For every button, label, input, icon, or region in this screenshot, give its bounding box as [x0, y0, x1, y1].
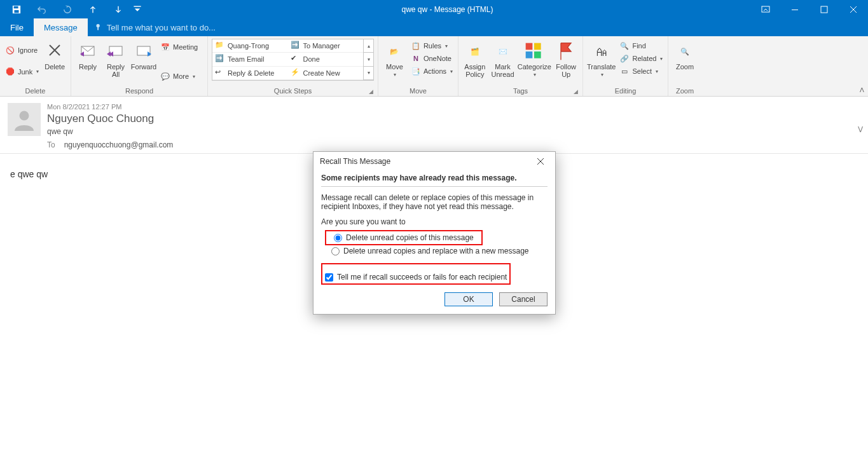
onenote-button[interactable]: NOneNote [410, 53, 454, 64]
close-icon[interactable] [839, 0, 868, 18]
qs-scroll[interactable]: ▴▾▾ [363, 39, 373, 80]
flash-icon: ⚡ [291, 68, 301, 78]
message-header: Mon 8/2/2021 12:27 PM Nguyen Quoc Chuong… [0, 97, 868, 154]
ribbon-options-icon[interactable] [751, 0, 780, 18]
cancel-button[interactable]: Cancel [499, 292, 548, 306]
svg-rect-3 [134, 6, 141, 6]
unread-icon: ✉️ [493, 41, 513, 62]
onenote-icon: N [411, 53, 421, 64]
find-button[interactable]: 🔍Find [618, 40, 664, 51]
translate-button[interactable]: 🗛Translate▾ [586, 40, 617, 79]
qs-item[interactable]: ⚡Create New [288, 67, 364, 80]
svg-rect-13 [534, 43, 541, 50]
ok-button[interactable]: OK [444, 292, 493, 306]
dialog-close-icon[interactable] [531, 152, 550, 171]
window-controls [751, 0, 868, 18]
checkbox-input[interactable] [325, 273, 333, 282]
quick-access-toolbar [0, 0, 144, 18]
reply-button[interactable]: Reply [74, 40, 102, 72]
forward-icon [134, 41, 154, 62]
related-button[interactable]: 🔗Related▾ [618, 53, 664, 64]
svg-rect-6 [821, 6, 827, 13]
mark-unread-button[interactable]: ✉️Mark Unread [489, 40, 517, 79]
reply-all-button[interactable]: Reply All [102, 40, 130, 79]
translate-icon: 🗛 [591, 41, 612, 62]
qs-item[interactable]: ➡️To Manager [288, 39, 364, 53]
recall-dialog: Recall This Message Some recipients may … [313, 151, 556, 315]
select-icon: ▭ [619, 66, 630, 76]
radio-input[interactable] [334, 234, 342, 242]
svg-rect-15 [534, 51, 541, 58]
group-label: Zoom [671, 86, 699, 96]
zoom-button[interactable]: 🔍Zoom [671, 40, 699, 72]
dialog-launcher-icon[interactable]: ◢ [369, 88, 373, 95]
qs-item[interactable]: ➡️Team Email [212, 53, 288, 66]
collapse-ribbon-icon[interactable]: ᐱ [860, 86, 864, 93]
ignore-icon: 🚫 [5, 45, 15, 55]
actions-icon: 📑 [411, 66, 421, 76]
tab-file[interactable]: File [0, 18, 34, 36]
prev-item-icon[interactable] [80, 0, 106, 18]
delete-button[interactable]: Delete [41, 40, 68, 72]
qs-item[interactable]: ↩Reply & Delete [212, 67, 288, 80]
save-icon[interactable] [4, 0, 29, 18]
radio-input[interactable] [331, 247, 340, 255]
group-label: Delete [3, 86, 68, 96]
follow-up-button[interactable]: Follow Up [552, 40, 580, 79]
next-item-icon[interactable] [106, 0, 131, 18]
qs-item[interactable]: 📁Quang-Trong [212, 39, 288, 53]
actions-button[interactable]: 📑Actions▾ [410, 65, 454, 77]
ribbon: 🚫Ignore 🛑Junk▾ Delete Delete Reply Reply… [0, 36, 868, 97]
expand-header-icon[interactable]: ᐯ [858, 125, 863, 134]
radio-delete-unread[interactable]: Delete unread copies of this message [327, 232, 480, 243]
dialog-launcher-icon[interactable]: ◢ [574, 88, 578, 95]
svg-rect-5 [792, 10, 798, 10]
move-icon: 📂 [384, 41, 404, 62]
minimize-icon[interactable] [780, 0, 809, 18]
group-label: Move [381, 86, 455, 96]
tab-message[interactable]: Message [34, 18, 88, 36]
group-editing: 🗛Translate▾ 🔍Find 🔗Related▾ ▭Select▾ Edi… [583, 36, 668, 96]
group-zoom: 🔍Zoom Zoom [668, 36, 701, 96]
svg-point-16 [20, 111, 29, 121]
qat-customize-icon[interactable] [131, 0, 144, 18]
title-bar: qwe qw - Message (HTML) [0, 0, 868, 18]
undo-icon[interactable] [29, 0, 55, 18]
meeting-button[interactable]: 📅Meeting [159, 41, 199, 53]
more-icon: 💬 [160, 71, 170, 81]
select-button[interactable]: ▭Select▾ [618, 65, 664, 77]
qs-item[interactable]: ✔Done [288, 53, 364, 66]
group-delete: 🚫Ignore 🛑Junk▾ Delete Delete [0, 36, 71, 96]
forward-button[interactable]: Forward [130, 40, 158, 72]
group-label: Tags◢ [461, 86, 580, 96]
reply-all-icon [106, 41, 126, 62]
redo-icon[interactable] [55, 0, 80, 18]
rules-icon: 📋 [411, 41, 421, 51]
find-icon: 🔍 [619, 41, 630, 51]
message-subject: qwe qw [47, 127, 860, 136]
folder-icon: 📁 [215, 41, 225, 51]
checkbox-tell-me[interactable]: Tell me if recall succeeds or fails for … [324, 271, 508, 283]
maximize-icon[interactable] [809, 0, 839, 18]
assign-policy-button[interactable]: 🗂️Assign Policy [461, 40, 489, 79]
quicksteps-gallery[interactable]: 📁Quang-Trong ➡️To Manager ➡️Team Email ✔… [212, 39, 374, 81]
forward-icon: ➡️ [215, 54, 225, 64]
svg-rect-14 [526, 51, 533, 58]
svg-rect-2 [15, 10, 19, 12]
rules-button[interactable]: 📋Rules▾ [410, 40, 454, 51]
move-button[interactable]: 📂Move▾ [381, 40, 408, 79]
ignore-button[interactable]: 🚫Ignore [4, 44, 40, 56]
junk-icon: 🛑 [5, 67, 15, 77]
related-icon: 🔗 [619, 53, 630, 64]
group-respond: Reply Reply All Forward 📅Meeting 💬More▾ … [71, 36, 208, 96]
radio-delete-and-replace[interactable]: Delete unread copies and replace with a … [325, 245, 548, 257]
more-respond-button[interactable]: 💬More▾ [159, 71, 199, 82]
junk-button[interactable]: 🛑Junk▾ [4, 66, 40, 78]
message-date: Mon 8/2/2021 12:27 PM [47, 103, 860, 111]
categorize-button[interactable]: Categorize▾ [516, 40, 552, 79]
tell-me-search[interactable]: Tell me what you want to do... [88, 18, 222, 36]
highlight-box: Delete unread copies of this message [325, 230, 483, 245]
tell-me-placeholder: Tell me what you want to do... [107, 23, 216, 32]
dialog-warning: Some recipients may have already read th… [321, 173, 548, 187]
delete-icon [45, 41, 65, 62]
